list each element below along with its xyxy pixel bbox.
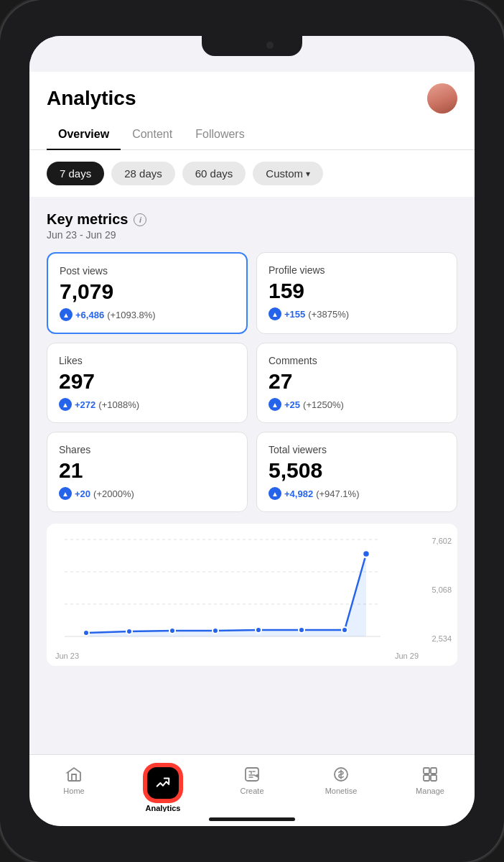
metric-change: ▲ +4,982 (+947.1%): [269, 487, 445, 500]
metric-change: ▲ +155 (+3875%): [269, 307, 445, 320]
metric-card-shares[interactable]: Shares 21 ▲ +20 (+2000%): [47, 432, 248, 512]
chevron-down-icon: ▾: [306, 169, 310, 179]
tab-content[interactable]: Content: [121, 119, 184, 149]
nav-label-manage: Manage: [416, 787, 444, 795]
metrics-header: Key metrics i Jun 23 - Jun 29: [47, 211, 457, 241]
tab-overview[interactable]: Overview: [47, 119, 121, 149]
svg-rect-17: [431, 768, 437, 774]
chart-container: Jun 23 Jun 29 7,602 5,068 2,534: [47, 524, 457, 666]
info-icon[interactable]: i: [134, 213, 146, 226]
x-labels: Jun 23 Jun 29: [52, 652, 421, 660]
nav-item-manage[interactable]: Manage: [386, 762, 475, 798]
avatar-image: [427, 83, 457, 113]
metrics-grid: Post views 7,079 ▲ +6,486 (+1093.8%) Pro…: [47, 252, 457, 512]
chart-svg-area: Jun 23 Jun 29: [52, 532, 421, 660]
metric-value: 27: [269, 369, 445, 394]
phone-screen: Analytics Overview Content Followers: [29, 36, 475, 826]
up-arrow-icon: ▲: [269, 398, 281, 411]
metric-change: ▲ +20 (+2000%): [59, 487, 235, 500]
x-label-start: Jun 23: [55, 652, 79, 660]
metric-value: 297: [59, 369, 235, 394]
svg-marker-4: [86, 554, 366, 636]
notch: [202, 36, 302, 56]
up-arrow-icon: ▲: [59, 487, 72, 500]
metric-change: ▲ +272 (+1088%): [59, 398, 235, 411]
filter-60days[interactable]: 60 days: [182, 162, 246, 185]
home-icon: [65, 765, 83, 784]
svg-rect-18: [424, 775, 429, 781]
manage-icon: [421, 765, 439, 784]
metric-change: ▲ +6,486 (+1093.8%): [60, 308, 235, 321]
svg-point-10: [299, 627, 304, 633]
monetise-icon: [332, 765, 350, 784]
y-label-top: 7,602: [424, 537, 452, 545]
page-title: Analytics: [47, 87, 136, 110]
metric-label: Shares: [59, 444, 235, 455]
filter-custom[interactable]: Custom ▾: [253, 162, 323, 185]
nav-label-home: Home: [63, 787, 84, 795]
svg-point-6: [126, 629, 132, 634]
metric-value: 5,508: [269, 458, 445, 483]
filter-row: 7 days 28 days 60 days Custom ▾: [29, 150, 475, 197]
y-label-mid: 5,068: [424, 585, 452, 594]
bottom-nav: Home Analytics: [29, 754, 475, 812]
tab-followers[interactable]: Followers: [184, 119, 256, 149]
svg-point-11: [342, 627, 347, 633]
svg-marker-14: [254, 774, 258, 778]
header: Analytics: [29, 72, 475, 113]
metric-label: Comments: [269, 355, 445, 366]
metric-label: Profile views: [269, 264, 445, 276]
home-indicator: [29, 812, 475, 826]
nav-item-monetise[interactable]: Monetise: [297, 762, 386, 798]
metric-card-likes[interactable]: Likes 297 ▲ +272 (+1088%): [47, 343, 248, 423]
svg-point-9: [256, 627, 261, 633]
metric-card-comments[interactable]: Comments 27 ▲ +25 (+1250%): [256, 343, 457, 423]
phone-frame: Analytics Overview Content Followers: [0, 0, 504, 862]
metric-change: ▲ +25 (+1250%): [269, 398, 445, 411]
svg-rect-13: [246, 768, 258, 781]
up-arrow-icon: ▲: [269, 307, 281, 320]
metric-card-post-views[interactable]: Post views 7,079 ▲ +6,486 (+1093.8%): [47, 252, 248, 334]
metric-value: 7,079: [60, 279, 235, 304]
camera-dot: [266, 42, 274, 49]
metrics-title: Key metrics i: [47, 211, 457, 228]
avatar[interactable]: [427, 83, 457, 113]
up-arrow-icon: ▲: [269, 487, 281, 500]
metric-card-profile-views[interactable]: Profile views 159 ▲ +155 (+3875%): [256, 252, 457, 334]
line-chart: [52, 532, 421, 647]
filter-28days[interactable]: 28 days: [111, 162, 175, 185]
analytics-active-bg: [145, 765, 181, 801]
chart-wrapper: Jun 23 Jun 29 7,602 5,068 2,534: [52, 532, 452, 660]
filter-7days[interactable]: 7 days: [47, 162, 104, 185]
x-label-end: Jun 29: [395, 652, 419, 660]
svg-rect-19: [431, 775, 437, 781]
notch-area: [29, 36, 475, 72]
metric-label: Likes: [59, 355, 235, 366]
svg-rect-16: [424, 768, 429, 774]
metric-card-total-viewers[interactable]: Total viewers 5,508 ▲ +4,982 (+947.1%): [256, 432, 457, 512]
up-arrow-icon: ▲: [59, 398, 72, 411]
metrics-section: Key metrics i Jun 23 - Jun 29 Post views…: [29, 197, 475, 754]
metric-label: Total viewers: [269, 444, 445, 455]
home-bar: [209, 817, 295, 821]
y-labels: 7,602 5,068 2,534: [424, 532, 452, 647]
metric-value: 159: [269, 279, 445, 303]
svg-point-8: [213, 628, 218, 634]
content-area: Analytics Overview Content Followers: [29, 72, 475, 754]
create-icon: [243, 765, 261, 784]
metric-value: 21: [59, 458, 235, 483]
metric-label: Post views: [60, 265, 235, 277]
tabs-bar: Overview Content Followers: [29, 119, 475, 150]
nav-label-create: Create: [240, 787, 263, 795]
svg-point-5: [83, 630, 89, 636]
nav-item-analytics[interactable]: Analytics: [118, 762, 207, 815]
nav-item-home[interactable]: Home: [29, 762, 118, 798]
nav-item-create[interactable]: Create: [207, 762, 297, 798]
svg-point-7: [169, 628, 175, 634]
y-label-bottom: 2,534: [424, 634, 452, 643]
nav-label-monetise: Monetise: [325, 787, 358, 795]
date-range: Jun 23 - Jun 29: [47, 229, 457, 241]
up-arrow-icon: ▲: [60, 308, 73, 321]
svg-point-12: [363, 550, 370, 557]
